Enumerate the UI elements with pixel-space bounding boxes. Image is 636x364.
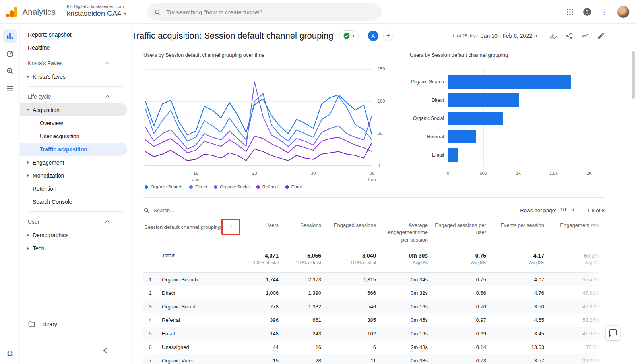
sidebar-item-tech[interactable]: Tech xyxy=(20,242,127,255)
sidebar-item-monetization[interactable]: Monetization xyxy=(20,169,127,182)
chevron-down-icon: ▾ xyxy=(572,208,574,212)
column-header[interactable]: Sessions xyxy=(283,221,325,229)
legend-dot xyxy=(214,185,217,189)
gauge-icon xyxy=(6,49,14,58)
totals-subvalue: Avg 0% xyxy=(548,260,600,265)
legend-item[interactable]: Email xyxy=(285,184,303,189)
nav-rail: ⚙ xyxy=(0,24,20,364)
column-header[interactable]: Engagement rate xyxy=(548,221,604,229)
collapse-sidebar-button[interactable] xyxy=(104,347,108,354)
sidebar-section-kristas-faves[interactable]: Krista's Faves xyxy=(20,56,131,70)
sidebar-item-realtime[interactable]: Realtime xyxy=(20,41,127,54)
section-label: Life cycle xyxy=(28,93,51,100)
x-tick-label: 06Feb xyxy=(368,170,376,183)
add-dimension-button[interactable]: + xyxy=(225,221,237,232)
nav-label: Tech xyxy=(33,245,45,252)
folder-icon xyxy=(28,320,35,328)
sidebar-item-search-console[interactable]: Search Console xyxy=(20,195,127,208)
column-header[interactable]: Average engagement time per session xyxy=(380,221,432,244)
sidebar-item-kristas-faves[interactable]: Krista's faves xyxy=(20,70,127,83)
channel-name: Organic Search xyxy=(161,277,239,283)
comparison-badge[interactable]: A xyxy=(368,31,378,41)
search-input[interactable] xyxy=(166,9,374,15)
property-selector[interactable]: KS Digital > kristaseiden.com kristaseid… xyxy=(67,4,126,18)
chevron-up-icon xyxy=(105,220,109,225)
share-icon xyxy=(565,32,573,40)
column-header[interactable]: Engaged sessions per user xyxy=(432,221,490,236)
sidebar-item-overview[interactable]: Overview xyxy=(20,116,127,130)
help-icon[interactable]: ? xyxy=(583,8,591,16)
rail-explore-button[interactable] xyxy=(3,64,17,78)
bar xyxy=(448,148,458,162)
sidebar-item-retention[interactable]: Retention xyxy=(20,182,127,195)
x-tick-line2: Feb xyxy=(368,177,376,183)
column-header[interactable]: Engaged sessions xyxy=(325,221,380,229)
line-chart-svg xyxy=(145,69,372,166)
sidebar-item-reports-snapshot[interactable]: Reports snapshot xyxy=(20,28,127,41)
sidebar-item-traffic-acquisition[interactable]: Traffic acquisition xyxy=(20,143,127,156)
edit-report-button[interactable] xyxy=(597,32,605,40)
table-cell: 1,390 xyxy=(283,290,325,296)
column-header[interactable]: Events per session xyxy=(490,221,548,229)
line-chart-y-axis: 150100500 xyxy=(378,69,391,168)
customize-report-button[interactable] xyxy=(549,32,557,40)
legend-item[interactable]: Direct xyxy=(189,184,207,189)
apps-grid-icon[interactable] xyxy=(566,8,574,15)
chevron-left-icon xyxy=(103,348,109,353)
column-header[interactable]: Users xyxy=(239,221,283,229)
add-comparison-button[interactable]: + xyxy=(383,31,394,41)
totals-value: 0m 30s xyxy=(380,252,428,259)
table-cell: 396 xyxy=(239,317,283,323)
caret-right-icon xyxy=(27,234,29,237)
chevron-up-icon xyxy=(105,62,109,66)
table-cell: 4.76 xyxy=(490,290,548,296)
analytics-logo[interactable]: Analytics xyxy=(6,6,56,18)
share-button[interactable] xyxy=(565,32,573,40)
insights-button[interactable] xyxy=(581,32,589,40)
bar-category-label: Direct xyxy=(410,97,444,103)
x-tick-label: 23 xyxy=(252,170,257,177)
plus-icon: + xyxy=(229,223,233,231)
nav-label: Search Console xyxy=(33,199,72,205)
vertical-scrollbar[interactable] xyxy=(632,51,635,99)
table-search-input[interactable] xyxy=(153,207,241,213)
bar xyxy=(448,112,503,125)
rail-reports-button[interactable] xyxy=(3,29,17,43)
table-body: 1Organic Search1,7442,3731,3150m 34s0.75… xyxy=(143,273,605,364)
sidebar-section-user[interactable]: User xyxy=(20,215,131,228)
table-cell: 0.97 xyxy=(432,317,490,323)
global-search[interactable] xyxy=(147,3,382,21)
legend-item[interactable]: Referral xyxy=(256,184,279,189)
sidebar-section-life-cycle[interactable]: Life cycle xyxy=(20,90,131,103)
legend-item[interactable]: Organic Search xyxy=(145,184,182,189)
section-label: Krista's Faves xyxy=(28,60,62,66)
table-cell: 0.14 xyxy=(432,344,490,350)
feedback-button[interactable] xyxy=(606,326,620,340)
admin-gear-icon[interactable]: ⚙ xyxy=(0,349,20,358)
sidebar-item-engagement[interactable]: Engagement xyxy=(20,156,127,169)
more-menu-icon[interactable]: ⋮ xyxy=(601,8,607,16)
table-cell: 3.45 xyxy=(490,331,548,337)
report-status-dropdown[interactable]: ▾ xyxy=(339,30,359,41)
table-search[interactable] xyxy=(143,207,241,213)
rail-realtime-button[interactable] xyxy=(3,47,17,60)
sidebar-item-user-acquisition[interactable]: User acquisition xyxy=(20,130,127,143)
legend-item[interactable]: Organic Social xyxy=(214,184,250,189)
user-avatar[interactable] xyxy=(617,6,630,18)
sidebar-item-library[interactable]: Library xyxy=(20,318,131,331)
date-range-picker[interactable]: Last 28 days Jan 10 - Feb 6, 2022 ▾ xyxy=(453,33,537,39)
totals-cell: 4,071100% of total xyxy=(239,252,283,265)
sidebar-item-demographics[interactable]: Demographics xyxy=(20,228,127,242)
table-row: 6Unassigned441662m 43s0.1413.6337.5% xyxy=(143,340,605,354)
rows-per-page-select[interactable]: 10 ▾ xyxy=(559,206,575,214)
topbar-actions: ? ⋮ xyxy=(566,0,630,24)
rail-advertising-button[interactable] xyxy=(3,82,17,95)
table-row: 1Organic Search1,7442,3731,3150m 34s0.75… xyxy=(143,273,605,286)
totals-subvalue: Avg 0% xyxy=(432,260,486,265)
table-cell: 661 xyxy=(283,317,325,323)
bar-x-tick-label: 500 xyxy=(480,171,487,176)
sidebar-item-acquisition[interactable]: Acquisition xyxy=(20,103,127,116)
rows-per-page-label: Rows per page: xyxy=(520,207,556,213)
table-cell: 58.25% xyxy=(548,317,604,323)
table-cell: 0m 19s xyxy=(380,331,432,337)
